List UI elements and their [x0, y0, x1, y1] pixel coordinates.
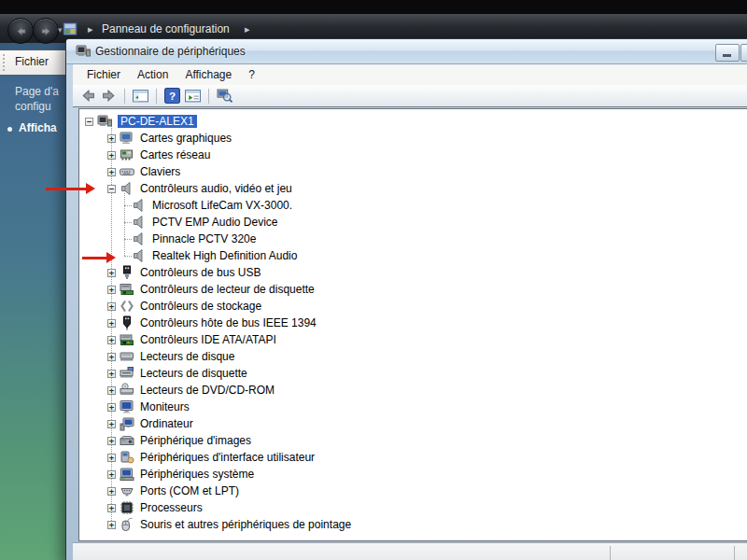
tree-item-label: Lecteurs de DVD/CD-ROM: [140, 384, 275, 397]
tree-item-label: Périphériques d'interface utilisateur: [140, 451, 315, 464]
audio-device-icon: [132, 248, 147, 263]
tree-item[interactable]: +Contrôleurs de bus USB: [79, 264, 747, 281]
show-console-tree-icon[interactable]: [133, 88, 148, 104]
collapse-toggle[interactable]: −: [85, 118, 93, 126]
menu-affichage[interactable]: Affichage: [176, 66, 240, 83]
audio-device-icon: [132, 231, 147, 246]
tree-item-label: Contrôleurs de lecteur de disquette: [140, 283, 315, 296]
back-circle-icon[interactable]: [7, 18, 34, 44]
nav-history-caret-icon[interactable]: ▾: [58, 25, 63, 35]
tree-item[interactable]: +Lecteurs de DVD/CD-ROM: [79, 382, 747, 399]
audio-device-icon: [132, 198, 147, 213]
svg-text:?: ?: [169, 90, 176, 102]
expand-toggle[interactable]: +: [107, 437, 116, 445]
expand-toggle[interactable]: +: [107, 454, 116, 462]
arrow-head: [106, 252, 116, 263]
expand-toggle[interactable]: +: [107, 151, 116, 160]
tree-item[interactable]: +Périphériques système: [79, 466, 747, 483]
tree-item[interactable]: +Ordinateur: [79, 415, 747, 432]
device-manager-titlebar[interactable]: Gestionnaire de périphériques: [66, 39, 747, 64]
expand-toggle[interactable]: +: [107, 134, 116, 143]
expand-toggle[interactable]: +: [107, 386, 116, 395]
maximize-button[interactable]: [740, 44, 747, 62]
tree-item-label: Contrôleurs hôte de bus IEEE 1394: [140, 316, 317, 329]
tree-item[interactable]: +Cartes réseau: [79, 147, 747, 163]
tree-item-label: Cartes graphiques: [140, 132, 232, 145]
tree-item[interactable]: +Périphérique d'images: [79, 432, 747, 449]
tree-item-label: Claviers: [140, 165, 180, 178]
tree-item[interactable]: +Lecteurs de disque: [79, 348, 747, 365]
tree-item[interactable]: +Souris et autres périphériques de point…: [79, 516, 747, 533]
toolbar-back-icon[interactable]: [80, 88, 96, 104]
minimize-icon: [723, 54, 731, 57]
device-manager-statusbar: [73, 542, 747, 560]
sidebar-home-text[interactable]: configu: [15, 100, 51, 113]
arrow-shaft: [82, 257, 106, 259]
expand-toggle[interactable]: +: [107, 470, 116, 479]
tree-item[interactable]: +Lecteurs de disquette: [79, 365, 747, 382]
tree-item-label: PCTV EMP Audio Device: [152, 216, 278, 229]
expand-toggle[interactable]: +: [107, 420, 116, 428]
tree-item[interactable]: +Contrôleurs de lecteur de disquette: [79, 281, 747, 298]
tree-item[interactable]: +Contrôleurs IDE ATA/ATAPI: [79, 331, 747, 348]
help-icon[interactable]: ?: [164, 88, 180, 104]
expand-toggle[interactable]: +: [107, 403, 116, 412]
menu-fichier[interactable]: Fichier: [78, 66, 129, 83]
tree-item[interactable]: +Contrôleurs de stockage: [79, 298, 747, 315]
tree-item[interactable]: Microsoft LifeCam VX-3000.: [79, 197, 747, 214]
sidebar-classic-view-link[interactable]: Afficha: [19, 121, 57, 134]
tree-item[interactable]: PCTV EMP Audio Device: [79, 214, 747, 231]
mouse-icon: [120, 517, 134, 532]
menu-action[interactable]: Action: [129, 66, 176, 83]
device-manager-toolbar: ?: [73, 85, 747, 107]
menu-fichier-background[interactable]: Fichier: [15, 55, 49, 68]
tree-item[interactable]: +Claviers: [79, 163, 747, 180]
menu-help[interactable]: ?: [240, 66, 263, 83]
keyboard-icon: [120, 164, 134, 179]
control-panel-menubar: Fichier: [0, 49, 65, 75]
expand-toggle[interactable]: +: [107, 504, 116, 512]
tree-item[interactable]: +Cartes graphiques: [79, 130, 747, 147]
minimize-button[interactable]: [715, 44, 740, 62]
tree-item[interactable]: Pinnacle PCTV 320e: [79, 231, 747, 247]
device-tree-panel[interactable]: −PC-DE-ALEX1+Cartes graphiques+Cartes ré…: [78, 108, 747, 541]
sidebar-home-text[interactable]: Page d'a: [15, 85, 59, 98]
expand-toggle[interactable]: +: [107, 286, 116, 294]
toolbar-grip: [3, 54, 5, 71]
tree-item-label: PC-DE-ALEX1: [118, 115, 197, 128]
tree-item-label: Pinnacle PCTV 320e: [152, 232, 256, 245]
scan-hardware-icon[interactable]: [217, 88, 233, 104]
breadcrumb-arrow-icon: ▸: [88, 23, 93, 35]
serial-port-icon: [120, 483, 134, 498]
expand-toggle[interactable]: +: [107, 336, 116, 344]
expand-toggle[interactable]: +: [107, 370, 116, 378]
arrow-shaft: [46, 188, 86, 190]
expand-toggle[interactable]: +: [107, 168, 116, 176]
device-manager-window: Gestionnaire de périphériques Fichier Ac…: [65, 38, 747, 560]
display-adapter-icon: [120, 131, 134, 146]
disk-drive-icon: [120, 349, 134, 364]
expand-toggle[interactable]: +: [107, 521, 116, 529]
tree-item[interactable]: Realtek High Definition Audio: [79, 247, 747, 264]
tree-item[interactable]: +Contrôleurs hôte de bus IEEE 1394: [79, 315, 747, 331]
tree-item[interactable]: +Moniteurs: [79, 399, 747, 415]
properties-icon[interactable]: [185, 88, 201, 104]
breadcrumb[interactable]: Panneau de configuration: [102, 22, 230, 35]
tree-item[interactable]: +Ports (COM et LPT): [79, 483, 747, 499]
forward-circle-icon[interactable]: [33, 18, 59, 44]
tree-item[interactable]: −PC-DE-ALEX1: [79, 113, 747, 130]
expand-toggle[interactable]: +: [107, 353, 116, 361]
toolbar-forward-icon[interactable]: [101, 88, 117, 104]
expand-toggle[interactable]: +: [107, 487, 116, 496]
device-manager-icon: [76, 44, 91, 59]
tree-item[interactable]: +Périphériques d'interface utilisateur: [79, 449, 747, 466]
computer-device-icon: [120, 416, 134, 431]
breadcrumb-arrow-icon[interactable]: ▸: [245, 23, 250, 35]
expand-toggle[interactable]: +: [107, 269, 116, 277]
expand-toggle[interactable]: +: [107, 302, 116, 311]
collapse-toggle[interactable]: −: [107, 185, 116, 193]
expand-toggle[interactable]: +: [107, 319, 116, 328]
tree-item[interactable]: +Processeurs: [79, 499, 747, 516]
tree-item[interactable]: −Contrôleurs audio, vidéo et jeu: [79, 180, 747, 197]
tree-item-label: Contrôleurs de stockage: [140, 300, 261, 313]
